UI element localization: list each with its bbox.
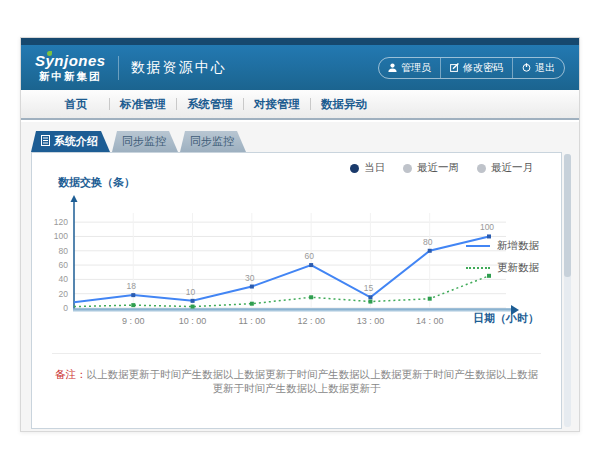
chart-container: 0204060801001209 : 0010 : 0011 : 0012 : …	[44, 193, 524, 333]
legend-new-data-label: 新增数据	[497, 239, 539, 253]
tab-sync-monitor-1[interactable]: 同步监控	[112, 131, 178, 152]
window-top-strip	[21, 38, 579, 45]
tab-system-intro-label: 系统介绍	[54, 134, 98, 149]
edit-icon	[450, 63, 459, 72]
logout-label: 退出	[535, 61, 555, 75]
radio-icon	[403, 164, 412, 173]
chart-legend: 新增数据 更新数据	[466, 239, 539, 275]
svg-text:14 : 00: 14 : 00	[416, 316, 444, 326]
legend-item-updated-data: 更新数据	[466, 261, 539, 275]
admin-user-label: 管理员	[401, 61, 431, 75]
admin-user-button[interactable]: 管理员	[379, 58, 440, 78]
footer-note: 备注：以上数据更新于时间产生数据以上数据更新于时间产生数据以上数据更新于时间产生…	[52, 353, 541, 396]
document-icon	[41, 135, 50, 148]
legend-updated-data-label: 更新数据	[497, 261, 539, 275]
line-chart: 0204060801001209 : 0010 : 0011 : 0012 : …	[44, 193, 524, 329]
header: Synjones 新中新集团 数据资源中心 管理员 修改密码	[21, 45, 579, 90]
x-axis-title: 日期（小时）	[473, 311, 539, 326]
svg-text:15: 15	[364, 283, 374, 293]
main-nav: 首页 标准管理 系统管理 对接管理 数据异动	[21, 90, 579, 120]
radio-last-month-label: 最近一月	[491, 161, 533, 175]
svg-text:18: 18	[127, 281, 137, 291]
svg-text:60: 60	[59, 260, 69, 270]
nav-item-data-change[interactable]: 数据异动	[311, 97, 377, 112]
svg-text:20: 20	[59, 289, 69, 299]
company-logo: Synjones 新中新集团	[35, 53, 106, 82]
user-icon	[388, 63, 397, 72]
scrollbar[interactable]	[564, 154, 571, 427]
logout-button[interactable]: 退出	[512, 58, 564, 78]
time-range-filter: 当日 最近一周 最近一月	[350, 161, 533, 175]
svg-text:13 : 00: 13 : 00	[357, 316, 385, 326]
radio-today-label: 当日	[364, 161, 385, 175]
svg-text:9 : 00: 9 : 00	[122, 316, 145, 326]
svg-text:12 : 00: 12 : 00	[297, 316, 325, 326]
page-title: 数据资源中心	[131, 59, 227, 77]
svg-text:100: 100	[480, 222, 494, 232]
logo-wordmark: Synjones	[35, 52, 106, 69]
radio-last-month[interactable]: 最近一月	[477, 161, 533, 175]
note-prefix: 备注：	[55, 368, 87, 380]
radio-today[interactable]: 当日	[350, 161, 385, 175]
tab-bar: 系统介绍 同步监控 同步监控	[31, 131, 569, 152]
solid-line-icon	[466, 245, 490, 247]
radio-icon	[477, 164, 486, 173]
dashed-line-icon	[466, 267, 490, 269]
svg-text:0: 0	[63, 303, 68, 313]
note-text: 以上数据更新于时间产生数据以上数据更新于时间产生数据以上数据更新于时间产生数据以…	[87, 368, 539, 394]
app-window: Synjones 新中新集团 数据资源中心 管理员 修改密码	[20, 37, 580, 432]
logo-text: Synjones	[35, 53, 106, 68]
tab-sync-monitor-1-label: 同步监控	[122, 134, 166, 149]
svg-text:60: 60	[304, 251, 314, 261]
nav-item-home[interactable]: 首页	[43, 97, 109, 112]
legend-item-new-data: 新增数据	[466, 239, 539, 253]
svg-text:40: 40	[59, 274, 69, 284]
nav-item-system-mgmt[interactable]: 系统管理	[177, 97, 243, 112]
nav-item-interface-mgmt[interactable]: 对接管理	[244, 97, 310, 112]
svg-text:10: 10	[186, 287, 196, 297]
power-icon	[522, 63, 531, 72]
nav-item-standard-mgmt[interactable]: 标准管理	[110, 97, 176, 112]
logo-subtext: 新中新集团	[39, 71, 102, 82]
change-password-button[interactable]: 修改密码	[440, 58, 512, 78]
svg-text:10 : 00: 10 : 00	[179, 316, 207, 326]
svg-text:80: 80	[423, 237, 433, 247]
radio-last-week-label: 最近一周	[417, 161, 459, 175]
tab-sync-monitor-2-label: 同步监控	[190, 134, 234, 149]
content-area: 系统介绍 同步监控 同步监控 当日 最近一周	[21, 122, 579, 431]
radio-last-week[interactable]: 最近一周	[403, 161, 459, 175]
svg-text:11 : 00: 11 : 00	[238, 316, 265, 326]
divider	[118, 56, 119, 80]
svg-text:80: 80	[59, 246, 69, 256]
tab-sync-monitor-2[interactable]: 同步监控	[180, 131, 246, 152]
y-axis-title: 数据交换（条）	[58, 175, 135, 190]
svg-text:120: 120	[54, 217, 68, 227]
chart-panel: 当日 最近一周 最近一月 数据交换（条） 0204060801001209 : …	[31, 152, 562, 429]
tab-system-intro[interactable]: 系统介绍	[31, 131, 110, 152]
scrollbar-thumb[interactable]	[564, 154, 571, 277]
user-button-group: 管理员 修改密码 退出	[378, 57, 565, 79]
svg-text:100: 100	[54, 231, 68, 241]
change-password-label: 修改密码	[463, 61, 503, 75]
radio-icon	[350, 164, 359, 173]
svg-text:30: 30	[245, 273, 255, 283]
